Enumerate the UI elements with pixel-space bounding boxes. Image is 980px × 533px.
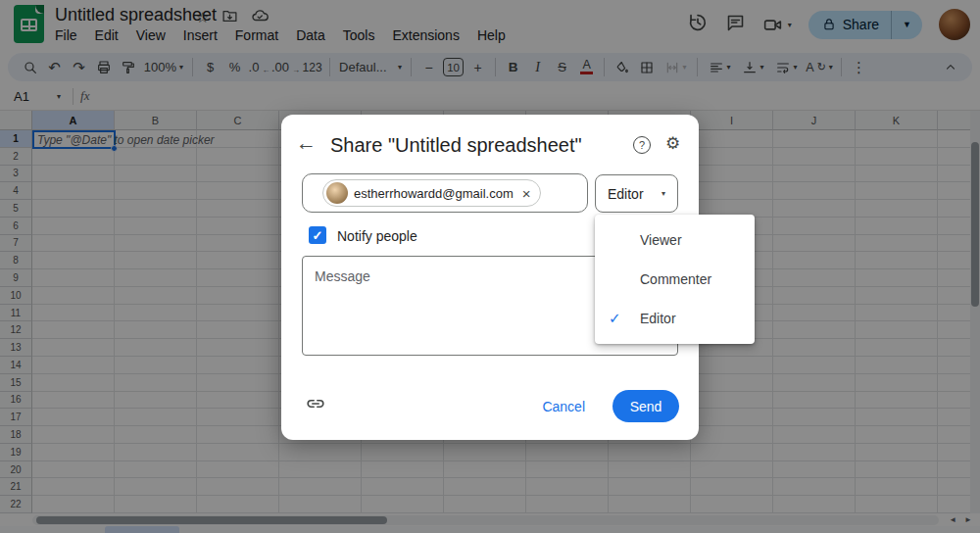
role-menu-item-viewer[interactable]: Viewer bbox=[595, 220, 755, 260]
role-select-button[interactable]: Editor ▾ bbox=[595, 174, 678, 213]
send-button[interactable]: Send bbox=[612, 390, 679, 422]
share-dialog-title: Share "Untitled spreadsheet" bbox=[330, 134, 582, 157]
recipient-avatar bbox=[326, 182, 348, 204]
role-select-label: Editor bbox=[608, 186, 644, 202]
copy-link-icon[interactable] bbox=[305, 393, 326, 418]
role-menu: ViewerCommenter✓Editor bbox=[595, 215, 755, 344]
recipient-chip[interactable]: estherrhowardd@gmail.com × bbox=[322, 179, 541, 207]
recipient-email: estherrhowardd@gmail.com bbox=[354, 186, 514, 201]
role-dropdown-icon: ▾ bbox=[662, 189, 665, 198]
notify-people-checkbox[interactable]: ✓ bbox=[309, 226, 326, 244]
settings-gear-icon[interactable]: ⚙ bbox=[665, 133, 680, 154]
notify-people-label: Notify people bbox=[337, 228, 417, 244]
check-icon: ✓ bbox=[609, 310, 640, 327]
google-sheets-app: Untitled spreadsheet ☆ FileEditViewInser… bbox=[0, 0, 980, 533]
role-menu-item-label: Viewer bbox=[640, 232, 682, 248]
cancel-button[interactable]: Cancel bbox=[542, 399, 585, 414]
remove-recipient-icon[interactable]: × bbox=[522, 185, 531, 202]
role-menu-item-commenter[interactable]: Commenter bbox=[595, 260, 755, 299]
help-icon[interactable]: ? bbox=[633, 136, 651, 154]
role-menu-item-label: Editor bbox=[640, 311, 676, 326]
role-menu-item-label: Commenter bbox=[640, 271, 711, 287]
role-menu-item-editor[interactable]: ✓Editor bbox=[595, 299, 755, 338]
share-recipients-input[interactable]: estherrhowardd@gmail.com × bbox=[302, 173, 588, 213]
back-arrow-icon[interactable]: ← bbox=[296, 131, 317, 155]
